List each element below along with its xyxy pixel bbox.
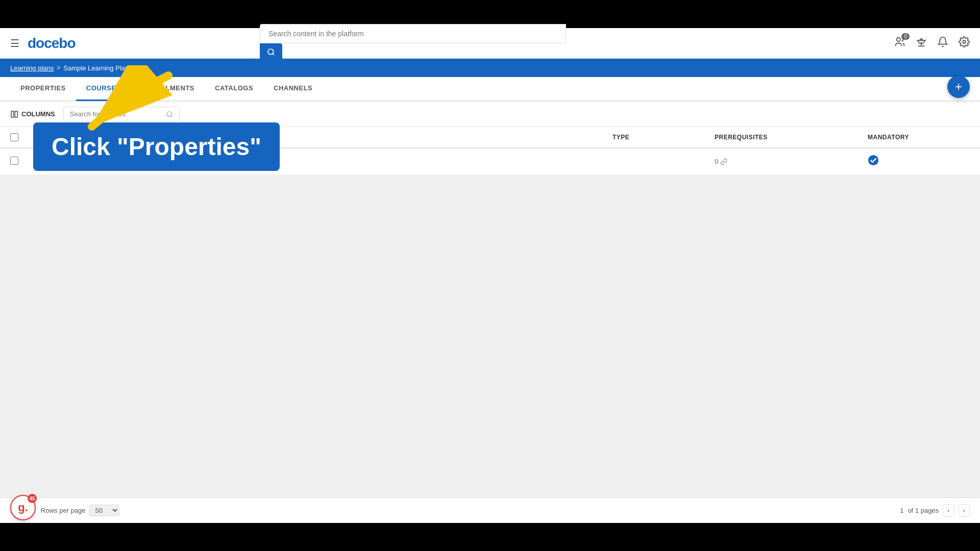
tab-properties[interactable]: PROPERTIES	[10, 77, 76, 101]
breadcrumb: Learning plans > Sample Learning Plan	[10, 64, 129, 72]
footer: 1-1 of 1 Rows per page 50 25 100 1 of 1 …	[0, 497, 980, 523]
tab-channels[interactable]: CHANNELS	[263, 77, 323, 101]
row-checkbox[interactable]	[10, 157, 18, 165]
header: ☰ docebo 0	[0, 28, 980, 59]
tabs-bar: PROPERTIES COURSES ENROLLMENTS CATALOGS …	[0, 77, 980, 102]
g-avatar-letter: g.	[18, 501, 28, 514]
svg-line-1	[273, 54, 274, 55]
current-page: 1	[900, 507, 903, 514]
search-input[interactable]	[260, 24, 566, 43]
header-right: 0	[894, 36, 970, 50]
users-badge: 0	[901, 33, 910, 40]
row-checkbox-cell	[10, 157, 36, 166]
table-row: 1 0	[0, 148, 980, 175]
table-container: Sequence ↑ Title Type Prerequisites Mand…	[0, 127, 980, 175]
search-bar	[260, 24, 566, 63]
trophy-icon[interactable]	[916, 36, 927, 50]
breadcrumb-separator: >	[57, 64, 60, 71]
header-title: Title	[77, 134, 612, 141]
users-icon[interactable]: 0	[894, 36, 905, 50]
header-type: Type	[612, 134, 715, 141]
prerequisites-link: 0	[715, 158, 727, 165]
footer-right: 1 of 1 pages ‹ ›	[900, 504, 970, 517]
header-sequence[interactable]: Sequence ↑	[36, 134, 77, 141]
logo: docebo	[28, 35, 76, 52]
toolbar: COLUMNS	[0, 102, 980, 127]
breadcrumb-parent[interactable]: Learning plans	[10, 64, 54, 72]
rows-per-page: Rows per page 50 25 100	[41, 505, 119, 516]
row-mandatory	[868, 155, 970, 168]
main-content	[0, 175, 980, 430]
rows-per-page-select[interactable]: 50 25 100	[89, 505, 119, 516]
settings-icon[interactable]	[959, 36, 970, 50]
search-button[interactable]	[260, 43, 282, 63]
header-prerequisites: Prerequisites	[715, 134, 868, 141]
row-prerequisites: 0	[715, 158, 868, 165]
select-all-checkbox[interactable]	[10, 133, 18, 141]
table-header: Sequence ↑ Title Type Prerequisites Mand…	[0, 127, 980, 148]
next-page-button[interactable]: ›	[959, 504, 970, 517]
g-avatar[interactable]: g. 45	[10, 495, 36, 520]
svg-rect-5	[15, 111, 17, 117]
columns-button[interactable]: COLUMNS	[10, 110, 55, 118]
row-sequence: 1	[36, 158, 77, 165]
svg-line-7	[170, 115, 172, 117]
bottom-black-bar	[0, 523, 980, 551]
svg-rect-4	[11, 111, 14, 117]
svg-point-6	[166, 111, 171, 116]
svg-point-8	[868, 155, 878, 165]
svg-point-0	[268, 49, 274, 55]
add-button[interactable]: +	[947, 76, 970, 98]
header-select	[10, 133, 36, 141]
hamburger-icon[interactable]: ☰	[10, 37, 19, 49]
tab-enrollments[interactable]: ENROLLMENTS	[131, 77, 205, 101]
svg-point-2	[897, 38, 900, 41]
prev-page-button[interactable]: ‹	[943, 504, 954, 517]
bell-icon[interactable]	[937, 36, 948, 50]
rows-per-page-label: Rows per page	[41, 507, 85, 514]
tab-courses[interactable]: COURSES	[76, 77, 131, 101]
columns-label: COLUMNS	[21, 110, 55, 118]
header-mandatory: Mandatory	[868, 134, 970, 141]
tab-catalogs[interactable]: CATALOGS	[205, 77, 263, 101]
g-avatar-badge: 45	[28, 494, 37, 503]
breadcrumb-current: Sample Learning Plan	[63, 64, 129, 72]
search-courses	[63, 107, 180, 121]
of-pages: of 1 pages	[908, 507, 939, 514]
mandatory-check-icon	[868, 158, 879, 168]
search-courses-input[interactable]	[70, 110, 162, 118]
svg-point-3	[963, 40, 966, 43]
